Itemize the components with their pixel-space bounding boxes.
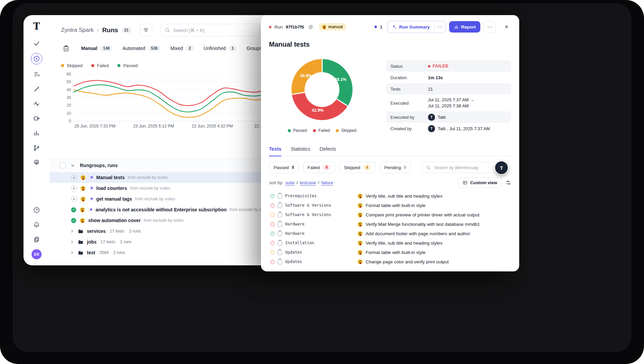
tab-tests[interactable]: Tests <box>269 146 281 156</box>
case-cell[interactable]: Verify Mail Merge functionality with tes… <box>355 222 480 227</box>
chevron-right-icon[interactable] <box>70 229 74 233</box>
summary-more-button[interactable]: ⋯ <box>435 21 445 33</box>
drawer-title: Manual tests <box>269 41 511 48</box>
test-row[interactable]: Software & Versions Format table with bu… <box>269 201 511 210</box>
run-summary-button[interactable]: Run Summary <box>387 21 434 33</box>
folder-name: test <box>87 250 95 255</box>
chevron-down-icon[interactable] <box>70 163 75 168</box>
sort-link-testcase[interactable]: testcase <box>300 180 316 185</box>
sort-link-failure[interactable]: failure <box>321 180 333 185</box>
chevron-right-icon[interactable] <box>70 240 74 244</box>
test-row[interactable]: Prerequisites Verify title, sub title an… <box>269 191 511 201</box>
tab-defects[interactable]: Defects <box>320 146 336 156</box>
steps-icon[interactable] <box>32 84 42 94</box>
legend-failed[interactable]: Failed <box>91 63 109 68</box>
pin-icon[interactable] <box>89 186 94 191</box>
legend-skipped: Skipped <box>336 128 356 133</box>
tests-search[interactable] <box>422 162 496 173</box>
tab-manual[interactable]: Manual146 <box>81 45 112 51</box>
tab-automated[interactable]: Automated536 <box>122 45 160 51</box>
assistant-widget-button[interactable]: T <box>494 161 508 175</box>
case-cell[interactable]: Format table with built-in style <box>355 203 426 208</box>
test-status-icon <box>270 194 275 198</box>
run-from-label: from exclude by suites <box>128 175 168 180</box>
zany-face-emoji <box>322 25 326 29</box>
chevron-right-icon[interactable] <box>70 251 74 255</box>
case-cell[interactable]: Change page color and verify print outpu… <box>355 259 449 264</box>
clipboard-icon <box>278 203 282 208</box>
bar-chart-icon[interactable] <box>32 128 42 138</box>
custom-view-button[interactable]: Custom view <box>458 177 501 188</box>
filter-button[interactable] <box>140 24 152 37</box>
breadcrumb-separator: › <box>97 27 99 33</box>
pages-icon[interactable] <box>32 235 42 245</box>
case-cell[interactable]: Add document footer with page numbers an… <box>355 231 470 236</box>
sliders-icon[interactable] <box>505 180 511 186</box>
y-tick: 30 <box>67 96 71 100</box>
legend-skipped[interactable]: Skipped <box>61 63 83 68</box>
suite-cell: Prerequisites <box>269 194 355 199</box>
chip-failed[interactable]: Failed9 <box>303 162 335 173</box>
clipboard-icon <box>278 241 282 246</box>
sidebar-nav <box>31 38 42 168</box>
chart-y-axis: 6050403020100 <box>61 72 74 123</box>
chip-skipped[interactable]: Skipped4 <box>339 162 375 173</box>
pin-icon[interactable] <box>89 197 94 201</box>
more-options-button[interactable]: ⋯ <box>484 21 496 33</box>
runs-play-icon[interactable] <box>31 53 42 64</box>
folder-icon <box>78 250 84 255</box>
test-row[interactable]: Hardware Verify Mail Merge functionality… <box>269 219 511 229</box>
credits-indicator[interactable]: 1 <box>373 24 382 30</box>
test-status-icon <box>270 213 275 217</box>
legend-passed[interactable]: Passed <box>117 63 138 68</box>
run-title: Manual tests <box>96 175 125 180</box>
test-row[interactable]: Updates Format table with built-in style <box>269 248 511 257</box>
chip-pending[interactable]: Pending0 <box>380 162 411 173</box>
info-row-status: Status FAILED <box>386 60 511 72</box>
suite-cell: Software & Versions <box>269 212 355 217</box>
global-search[interactable] <box>160 24 260 37</box>
test-row[interactable]: Software & Versions Compare print previe… <box>269 210 511 219</box>
tests-search-input[interactable] <box>433 165 492 170</box>
test-row[interactable]: Hardware Add document footer with page n… <box>269 229 511 238</box>
slice-divider <box>292 89 322 95</box>
user-avatar[interactable]: ER <box>32 249 42 259</box>
info-row-duration: Duration 1m 13s <box>386 72 511 83</box>
test-row[interactable]: Updates Change page color and verify pri… <box>269 257 511 266</box>
tab-statistics[interactable]: Statistics <box>291 146 310 156</box>
branch-icon[interactable] <box>32 143 42 153</box>
checklist-icon[interactable] <box>32 69 42 79</box>
status-badge: FAILED <box>428 64 448 68</box>
clipboard-icon <box>278 222 282 227</box>
zany-face-emoji <box>80 186 86 191</box>
bell-icon[interactable] <box>32 220 42 230</box>
chip-passed[interactable]: Passed8 <box>269 162 299 173</box>
tab-unfinished[interactable]: Unfinished1 <box>204 45 236 51</box>
case-cell[interactable]: Compare print preview of printer driver … <box>355 212 479 217</box>
select-all-checkbox[interactable] <box>60 162 66 168</box>
tab-mixed[interactable]: Mixed2 <box>170 45 194 51</box>
y-tick: 60 <box>67 72 71 76</box>
copy-icon[interactable] <box>308 24 313 30</box>
pin-icon[interactable] <box>89 175 94 180</box>
activity-icon[interactable] <box>32 99 42 109</box>
help-icon[interactable]: ? <box>32 205 42 215</box>
app-logo[interactable]: T <box>33 21 40 32</box>
run-id: 97f1b7f5 <box>286 24 304 30</box>
table-view-icon <box>463 180 468 185</box>
report-button[interactable]: Report <box>449 21 481 33</box>
pin-icon[interactable] <box>88 207 93 212</box>
check-icon[interactable] <box>32 38 42 48</box>
test-row[interactable]: Installation Verify title, sub title and… <box>269 238 511 248</box>
case-cell[interactable]: Verify title, sub title and heading styl… <box>355 241 442 246</box>
manual-tag[interactable]: manual <box>319 23 346 31</box>
close-button[interactable]: × <box>502 22 511 32</box>
run-info-panel: Status FAILED Duration 1m 13s Tests 21 E… <box>386 60 511 134</box>
search-input[interactable] <box>173 28 255 33</box>
case-cell[interactable]: Verify title, sub title and heading styl… <box>355 194 442 199</box>
case-cell[interactable]: Format table with built-in style <box>355 250 426 255</box>
breadcrumb-brand[interactable]: Zyntra Spark <box>61 27 94 34</box>
export-icon[interactable] <box>32 113 42 123</box>
gear-icon[interactable] <box>32 158 42 168</box>
sort-link-suite[interactable]: suite <box>285 180 294 185</box>
